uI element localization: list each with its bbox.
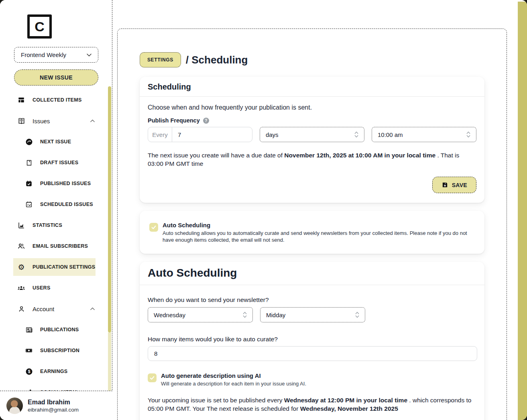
auto-scheduling-toggle-card: Auto Scheduling Auto scheduling allows y… — [140, 211, 484, 254]
app-window: C Frontend Weekly NEW ISSUE COLLECTED IT… — [0, 0, 527, 420]
new-issue-button[interactable]: NEW ISSUE — [14, 69, 98, 86]
people-outline-icon — [17, 242, 25, 250]
every-prefix-label: Every — [148, 127, 172, 142]
auto-curate-count-input[interactable]: 8 — [148, 346, 477, 361]
upcoming-issue-summary: Your upcoming issue is set to be publish… — [148, 396, 476, 413]
user-profile[interactable]: Emad Ibrahim eibrahim@gmail.com — [0, 391, 112, 420]
auto-scheduling-checkbox[interactable] — [149, 223, 158, 232]
sidebar-item-collected-items[interactable]: COLLECTED ITEMS — [13, 90, 96, 110]
auto-scheduling-toggle-title: Auto Scheduling — [163, 222, 474, 228]
chevron-up-icon — [90, 118, 96, 124]
chart-icon — [17, 221, 25, 229]
save-icon — [442, 181, 448, 188]
auto-scheduling-toggle-description: Auto scheduling allows you to automatica… — [163, 230, 474, 243]
newspaper-icon — [25, 326, 33, 334]
select-updown-icon — [354, 311, 360, 319]
send-daytime-select[interactable]: Midday — [260, 307, 365, 322]
publish-frequency-label: Publish Frequency ? — [148, 117, 476, 124]
send-day-question: When do you want to send your newsletter… — [148, 296, 476, 304]
book-open-icon — [17, 117, 25, 125]
svg-text:$: $ — [28, 369, 30, 374]
calendar-check-outline-icon — [25, 200, 33, 208]
sidebar-item-account[interactable]: Account — [13, 298, 96, 319]
sidebar-scrollbar-track[interactable] — [108, 332, 111, 391]
next-issue-note: The next issue you create will have a du… — [148, 151, 476, 168]
breadcrumb: SETTINGS / Scheduling — [140, 52, 484, 67]
chevron-up-icon — [90, 306, 96, 312]
save-button[interactable]: SAVE — [432, 177, 476, 193]
sidebar-item-publication-settings[interactable]: ⚙ PUBLICATION SETTINGS — [13, 258, 96, 276]
sidebar-item-statistics[interactable]: STATISTICS — [13, 215, 96, 236]
send-day-select[interactable]: Wednesday — [148, 307, 253, 322]
avatar — [6, 398, 23, 414]
sidebar: C Frontend Weekly NEW ISSUE COLLECTED IT… — [0, 0, 112, 420]
auto-curate-count-question: How many items would you like to auto cu… — [148, 336, 476, 343]
scheduling-description: Choose when and how frequently your publ… — [148, 104, 476, 111]
main-content: SETTINGS / Scheduling Scheduling Choose … — [117, 29, 507, 420]
app-logo: C — [27, 14, 52, 39]
page-scrollbar-thumb[interactable] — [518, 2, 527, 420]
ai-description-checkbox[interactable] — [148, 373, 157, 382]
ai-checkbox-description: Will generate a description for each ite… — [161, 380, 306, 387]
publication-selector[interactable]: Frontend Weekly — [14, 47, 98, 63]
sidebar-item-users[interactable]: USERS — [13, 277, 96, 298]
group-icon — [17, 284, 25, 292]
divider — [140, 96, 484, 97]
help-icon[interactable]: ? — [203, 118, 209, 124]
select-updown-icon — [242, 311, 248, 319]
sidebar-item-earnings[interactable]: $ EARNINGS — [13, 361, 96, 382]
sidebar-scrollbar-thumb[interactable] — [108, 86, 111, 332]
logo-letter: C — [35, 19, 45, 35]
sidebar-item-published-issues[interactable]: PUBLISHED ISSUES — [13, 173, 96, 194]
settings-breadcrumb-button[interactable]: SETTINGS — [140, 52, 181, 67]
sidebar-item-next-issue[interactable]: NEXT ISSUE — [13, 131, 96, 152]
check-icon — [149, 375, 155, 381]
gear-icon: ⚙ — [17, 263, 25, 271]
sidebar-item-scheduled-issues[interactable]: SCHEDULED ISSUES — [13, 194, 96, 215]
sidebar-item-email-subscribers[interactable]: EMAIL SUBSCRIBERS — [13, 236, 96, 257]
scheduling-card: Scheduling Choose when and how frequentl… — [140, 77, 484, 203]
person-icon — [17, 305, 25, 313]
publish-time-select[interactable]: 10:00 am — [372, 127, 476, 142]
sidebar-nav: COLLECTED ITEMS Issues NEXT ISSUE — [0, 90, 112, 403]
calendar-check-filled-icon — [25, 179, 33, 188]
ai-description-row: Auto generate description using AI Will … — [148, 372, 476, 387]
page-title: / Scheduling — [186, 54, 248, 66]
select-updown-icon — [466, 130, 471, 139]
select-updown-icon — [354, 130, 359, 139]
frequency-row: Every 7 days 10:00 am — [148, 127, 476, 142]
publication-selector-value: Frontend Weekly — [21, 51, 66, 58]
sidebar-item-issues[interactable]: Issues — [13, 110, 96, 131]
sidebar-item-publications[interactable]: PUBLICATIONS — [13, 319, 96, 340]
page-scrollbar[interactable] — [518, 0, 527, 420]
auto-scheduling-card: Auto Scheduling When do you want to send… — [140, 262, 484, 420]
frequency-interval-value[interactable]: 7 — [172, 127, 252, 142]
frequency-unit-select[interactable]: days — [260, 127, 364, 142]
user-name: Emad Ibrahim — [28, 399, 79, 406]
scheduling-card-title: Scheduling — [148, 77, 476, 92]
dollar-icon: $ — [25, 367, 33, 375]
sidebar-item-draft-issues[interactable]: DRAFT ISSUES — [13, 152, 96, 173]
auto-scheduling-title: Auto Scheduling — [140, 262, 484, 285]
ai-checkbox-title: Auto generate description using AI — [161, 372, 306, 379]
draft-file-icon — [25, 159, 33, 167]
redo-circle-icon — [25, 138, 33, 146]
collected-items-icon — [17, 96, 25, 104]
banknote-icon — [25, 347, 33, 355]
user-email: eibrahim@gmail.com — [28, 407, 79, 413]
check-icon — [151, 224, 157, 230]
frequency-interval-input[interactable]: Every 7 — [148, 127, 252, 142]
chevron-down-icon — [86, 52, 92, 58]
sidebar-item-subscription[interactable]: SUBSCRIPTION — [13, 340, 96, 361]
